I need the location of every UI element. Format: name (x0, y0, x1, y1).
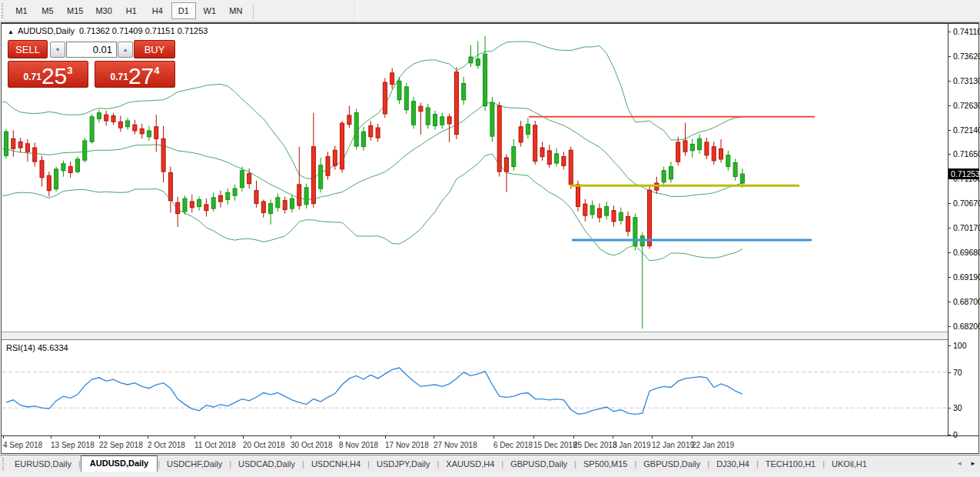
lot-decrease-button[interactable]: ▼ (50, 42, 65, 58)
rsi-axis-tick (948, 435, 951, 435)
price-axis-label: 0.68700 (953, 297, 980, 306)
date-axis-tick (99, 436, 100, 439)
symbol-tab-usdcnh-h4[interactable]: USDCNH,H4 (304, 457, 367, 472)
date-axis-label: 15 Dec 2018 (533, 441, 577, 449)
date-axis-tick (573, 436, 574, 439)
price-axis-label: 0.73620 (953, 52, 980, 61)
sell-price-big: 25 (42, 63, 67, 88)
symbol-tab-usdjpy-daily[interactable]: USDJPY,Daily (370, 457, 437, 472)
price-axis-tick (948, 81, 951, 82)
price-axis-tick (948, 228, 951, 228)
date-axis-tick (533, 436, 534, 439)
tab-scroll-left-icon[interactable]: ◄ (952, 460, 966, 472)
rsi-axis-tick (948, 345, 951, 346)
symbol-tab-tech100-h1[interactable]: TECH100,H1 (759, 457, 822, 472)
rsi-axis-label: 100 (953, 341, 967, 350)
sell-price-base: 0.71 (24, 72, 42, 82)
pane-splitter[interactable] (2, 339, 948, 340)
date-axis-label: 27 Nov 2018 (434, 441, 477, 449)
date-axis-tick (385, 436, 386, 439)
date-axis-tick (692, 436, 693, 439)
date-axis-label: 25 Dec 2018 (573, 441, 617, 449)
price-axis-tick (948, 56, 951, 57)
sell-price-pipette: 3 (67, 65, 72, 76)
symbol-tab-bar: EURUSD,Daily|AUDUSD,Daily|USDCHF,Daily|U… (0, 455, 980, 472)
date-axis-tick (3, 436, 4, 439)
lot-increase-button[interactable]: ▲ (118, 42, 133, 58)
price-axis-label: 0.74110 (953, 27, 980, 36)
date-axis-label: 4 Sep 2018 (3, 441, 42, 449)
symbol-tab-usdcad-daily[interactable]: USDCAD,Daily (231, 457, 302, 472)
date-axis-label: 17 Nov 2018 (385, 441, 429, 449)
symbol-tab-xauusd-h4[interactable]: XAUUSD,H4 (439, 457, 501, 472)
price-axis-label: 0.70170 (953, 223, 980, 232)
date-axis-tick (652, 436, 653, 439)
price-axis-label: 0.69680 (953, 248, 980, 257)
rsi-axis-label: 70 (953, 368, 962, 377)
buy-price-button[interactable]: 0.71274 (95, 61, 175, 88)
price-axis-label: 0.72630 (953, 101, 980, 110)
date-axis-label: 22 Jan 2019 (692, 441, 734, 449)
symbol-tab-eurusd-daily[interactable]: EURUSD,Daily (8, 457, 78, 472)
price-axis-tick (948, 277, 951, 278)
date-axis-label: 30 Oct 2018 (291, 441, 332, 449)
date-axis-label: 13 Sep 2018 (51, 441, 95, 449)
buy-price-base: 0.71 (111, 72, 128, 82)
price-axis-tick (948, 302, 951, 302)
date-axis-tick (51, 436, 51, 439)
rsi-axis-label: 0 (953, 430, 958, 439)
date-axis-label: 12 Jan 2019 (652, 441, 694, 449)
symbol-tab-audusd-daily[interactable]: AUDUSD,Daily (81, 455, 158, 472)
chart-symbol-label: AUDUSD,Daily (18, 26, 75, 35)
date-axis-label: 2 Oct 2018 (148, 441, 185, 449)
date-axis-tick (613, 436, 613, 439)
price-axis-label: 0.69190 (953, 272, 980, 282)
chart-title: ▲AUDUSD,Daily 0.71362 0.71409 0.71151 0.… (8, 26, 208, 35)
rsi-axis-label: 30 (953, 403, 962, 412)
price-axis-label: 0.71650 (953, 149, 980, 158)
price-axis-tick (948, 203, 951, 204)
price-axis-tick (948, 130, 951, 131)
date-axis-label: 6 Dec 2018 (493, 441, 533, 449)
tab-bar-grip-icon (2, 458, 5, 470)
buy-price-big: 27 (128, 63, 154, 88)
tab-scroll-right-icon[interactable]: ► (966, 460, 980, 472)
date-axis-tick (493, 436, 494, 439)
current-price-badge: 0.71253 (948, 168, 979, 179)
date-axis-label: 22 Sep 2018 (99, 441, 143, 449)
date-axis-label: 11 Oct 2018 (194, 441, 236, 449)
price-axis-tick (948, 326, 951, 327)
one-click-trading-toggle-icon[interactable]: ▲ (8, 28, 14, 35)
sell-price-button[interactable]: 0.71253 (8, 61, 88, 88)
price-axis-label: 0.70670 (953, 198, 980, 208)
lot-size-input[interactable]: 0.01 (66, 42, 117, 58)
symbol-tab-dj30-h4[interactable]: DJ30,H4 (709, 457, 756, 472)
date-axis-tick (243, 436, 244, 439)
pane-splitter-bg[interactable] (2, 332, 948, 339)
chevron-up-icon: ▲ (123, 47, 128, 52)
price-axis-tick (948, 252, 951, 253)
price-axis-label: 0.73130 (953, 76, 980, 85)
price-axis-tick (948, 154, 951, 155)
date-axis-label: 8 Nov 2018 (339, 441, 378, 449)
symbol-tab-gbpusd-daily[interactable]: GBPUSD,Daily (503, 457, 574, 472)
chart-ohlc-values: 0.71362 0.71409 0.71151 0.71253 (79, 26, 208, 35)
symbol-tab-gbpusd-daily[interactable]: GBPUSD,Daily (636, 457, 707, 472)
rsi-axis-tick (948, 408, 951, 409)
chevron-down-icon: ▼ (55, 47, 61, 52)
status-strip (0, 472, 980, 477)
price-axis-label: 0.68200 (953, 322, 980, 331)
symbol-tab-usdchf-daily[interactable]: USDCHF,Daily (160, 457, 229, 472)
date-axis-tick (148, 436, 148, 439)
sell-button[interactable]: SELL (8, 40, 48, 58)
date-axis-tick (434, 436, 434, 439)
date-axis-tick (291, 436, 291, 439)
date-axis-label: 3 Jan 2019 (613, 441, 651, 449)
symbol-tab-sp500-m15[interactable]: SP500,M15 (576, 457, 634, 472)
price-axis-tick (948, 105, 951, 106)
price-axis-label: 0.72140 (953, 125, 980, 135)
symbol-tab-ukoil-h1[interactable]: UKOil,H1 (825, 457, 874, 472)
buy-price-pipette: 4 (154, 65, 159, 76)
buy-button[interactable]: BUY (134, 40, 175, 58)
price-axis-tick (948, 32, 951, 32)
